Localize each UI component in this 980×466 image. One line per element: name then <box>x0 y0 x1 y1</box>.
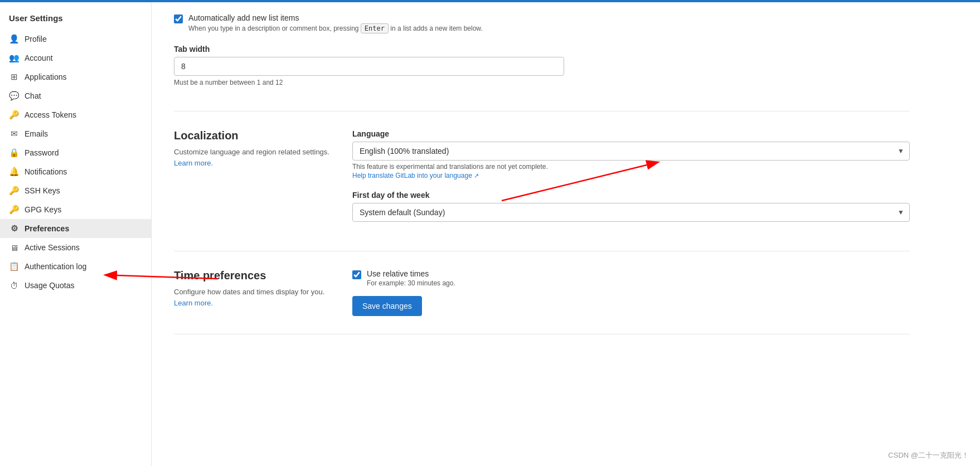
sidebar-item-usage-quotas[interactable]: ⏱ Usage Quotas <box>0 276 151 295</box>
tab-width-group: Tab width Must be a number between 1 and… <box>174 45 564 86</box>
sidebar-item-preferences[interactable]: ⚙ Preferences <box>0 219 151 238</box>
first-day-label: First day of the week <box>352 191 910 200</box>
sidebar-item-account[interactable]: 👥 Account <box>0 48 151 67</box>
auto-add-hint: When you type in a description or commen… <box>188 23 483 33</box>
preferences-icon: ⚙ <box>9 224 19 234</box>
emails-icon: ✉ <box>9 129 19 139</box>
relative-times-hint: For example: 30 minutes ago. <box>367 279 455 287</box>
profile-icon: 👤 <box>9 34 19 44</box>
sidebar-label-ssh-keys: SSH Keys <box>25 186 60 195</box>
localization-desc: Customize language and region related se… <box>174 147 330 168</box>
tab-width-label: Tab width <box>174 45 564 54</box>
relative-times-row: Use relative times For example: 30 minut… <box>352 269 910 287</box>
sidebar-title: User Settings <box>0 7 151 30</box>
save-changes-button[interactable]: Save changes <box>352 296 422 316</box>
language-label: Language <box>352 129 910 138</box>
gpg-keys-icon: 🔑 <box>9 205 19 215</box>
time-preferences-learn-more[interactable]: Learn more. <box>174 299 213 307</box>
sidebar-item-profile[interactable]: 👤 Profile <box>0 30 151 48</box>
tab-width-input[interactable] <box>174 57 564 76</box>
localization-section: Localization Customize language and regi… <box>174 111 910 251</box>
watermark: CSDN @二十一克阳光！ <box>888 450 969 460</box>
sidebar-label-chat: Chat <box>25 91 41 100</box>
localization-right: Language English (100% translated)Chines… <box>352 129 910 233</box>
authentication-log-icon: 📋 <box>9 261 19 271</box>
auto-add-checkbox[interactable] <box>174 14 183 23</box>
password-icon: 🔒 <box>9 148 19 158</box>
auto-add-label[interactable]: Automatically add new list items <box>188 13 299 22</box>
chat-icon: 💬 <box>9 91 19 101</box>
first-day-select-wrapper: System default (Sunday)MondaySaturdaySun… <box>352 203 910 222</box>
localization-left: Localization Customize language and regi… <box>174 129 330 233</box>
ssh-keys-icon: 🔑 <box>9 186 19 196</box>
sidebar-label-emails: Emails <box>25 129 48 138</box>
applications-icon: ⊞ <box>9 72 19 82</box>
sidebar-item-gpg-keys[interactable]: 🔑 GPG Keys <box>0 200 151 219</box>
localization-title: Localization <box>174 129 330 142</box>
time-preferences-right: Use relative times For example: 30 minut… <box>352 269 910 316</box>
sidebar-label-password: Password <box>25 148 59 157</box>
sidebar: User Settings 👤 Profile 👥 Account ⊞ Appl… <box>0 2 152 466</box>
sidebar-item-chat[interactable]: 💬 Chat <box>0 86 151 105</box>
time-preferences-section: Time preferences Configure how dates and… <box>174 251 910 334</box>
experimental-hint: This feature is experimental and transla… <box>352 163 910 171</box>
language-select[interactable]: English (100% translated)Chinese (Simpli… <box>352 142 910 161</box>
first-day-group: First day of the week System default (Su… <box>352 191 910 222</box>
usage-quotas-icon: ⏱ <box>9 280 19 290</box>
sidebar-item-notifications[interactable]: 🔔 Notifications <box>0 162 151 181</box>
main-content: Automatically add new list items When yo… <box>152 2 980 466</box>
top-partial-section: Automatically add new list items When yo… <box>174 13 910 111</box>
sidebar-label-account: Account <box>25 54 53 62</box>
sidebar-item-applications[interactable]: ⊞ Applications <box>0 67 151 86</box>
sidebar-item-access-tokens[interactable]: 🔑 Access Tokens <box>0 105 151 124</box>
sidebar-label-access-tokens: Access Tokens <box>25 110 76 119</box>
access-tokens-icon: 🔑 <box>9 110 19 120</box>
first-day-select[interactable]: System default (Sunday)MondaySaturdaySun… <box>352 203 910 222</box>
language-group: Language English (100% translated)Chines… <box>352 129 910 179</box>
auto-add-list-items-row: Automatically add new list items When yo… <box>174 13 910 33</box>
sidebar-label-gpg-keys: GPG Keys <box>25 205 61 214</box>
sidebar-item-ssh-keys[interactable]: 🔑 SSH Keys <box>0 181 151 200</box>
external-link-icon: ↗ <box>474 172 479 179</box>
tab-width-hint: Must be a number between 1 and 12 <box>174 79 564 86</box>
account-icon: 👥 <box>9 53 19 63</box>
relative-times-label[interactable]: Use relative times <box>367 269 429 278</box>
sidebar-label-preferences: Preferences <box>25 224 69 233</box>
sidebar-item-emails[interactable]: ✉ Emails <box>0 124 151 143</box>
translate-link[interactable]: Help translate GitLab into your language… <box>352 172 479 179</box>
time-preferences-title: Time preferences <box>174 269 330 282</box>
time-preferences-desc: Configure how dates and times display fo… <box>174 287 330 308</box>
sidebar-label-applications: Applications <box>25 72 67 81</box>
sidebar-label-usage-quotas: Usage Quotas <box>25 281 75 290</box>
time-preferences-left: Time preferences Configure how dates and… <box>174 269 330 316</box>
localization-learn-more[interactable]: Learn more. <box>174 159 213 167</box>
relative-times-checkbox[interactable] <box>352 270 361 279</box>
sidebar-item-authentication-log[interactable]: 📋 Authentication log <box>0 257 151 276</box>
sidebar-label-active-sessions: Active Sessions <box>25 243 80 252</box>
sidebar-item-active-sessions[interactable]: 🖥 Active Sessions <box>0 238 151 257</box>
sidebar-label-profile: Profile <box>25 35 47 43</box>
sidebar-label-authentication-log: Authentication log <box>25 262 86 271</box>
notifications-icon: 🔔 <box>9 167 19 177</box>
sidebar-label-notifications: Notifications <box>25 167 67 176</box>
language-select-wrapper: English (100% translated)Chinese (Simpli… <box>352 142 910 161</box>
enter-key: Enter <box>361 23 389 33</box>
sidebar-item-password[interactable]: 🔒 Password <box>0 143 151 162</box>
active-sessions-icon: 🖥 <box>9 242 19 253</box>
